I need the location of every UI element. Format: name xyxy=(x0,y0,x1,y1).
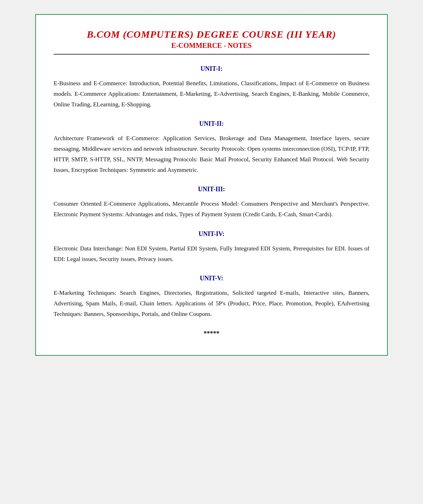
units-container: UNIT-I:E-Business and E-Commerce: Introd… xyxy=(54,65,369,319)
page-container: B.COM (COMPUTERS) DEGREE COURSE (III YEA… xyxy=(35,14,388,356)
unit-section-1: UNIT-I:E-Business and E-Commerce: Introd… xyxy=(54,65,369,110)
unit-section-2: UNIT-II:Architecture Framework of E-Comm… xyxy=(54,120,369,175)
unit-3-heading: UNIT-III: xyxy=(54,186,369,193)
unit-section-3: UNIT-III:Consumer Oriented E-Commerce Ap… xyxy=(54,186,369,220)
footer-stars: ***** xyxy=(54,330,369,337)
unit-3-content: Consumer Oriented E-Commerce Application… xyxy=(54,199,369,220)
main-title: B.COM (COMPUTERS) DEGREE COURSE (III YEA… xyxy=(54,29,369,40)
unit-2-heading: UNIT-II: xyxy=(54,120,369,127)
unit-5-heading: UNIT-V: xyxy=(54,275,369,282)
unit-section-4: UNIT-IV:Electronic Data Interchange: Non… xyxy=(54,230,369,265)
sub-title: E-COMMERCE - NOTES xyxy=(54,42,369,50)
unit-5-content: E-Marketing Techniques: Search Engines, … xyxy=(54,288,369,319)
unit-4-heading: UNIT-IV: xyxy=(54,230,369,238)
unit-1-content: E-Business and E-Commerce: Introduction,… xyxy=(54,78,369,110)
header-section: B.COM (COMPUTERS) DEGREE COURSE (III YEA… xyxy=(54,29,369,55)
unit-section-5: UNIT-V:E-Marketing Techniques: Search En… xyxy=(54,275,369,319)
unit-2-content: Architecture Framework of E-Commerce: Ap… xyxy=(54,133,369,175)
unit-4-content: Electronic Data Interchange: Non EDI Sys… xyxy=(54,243,369,265)
unit-1-heading: UNIT-I: xyxy=(54,65,369,73)
